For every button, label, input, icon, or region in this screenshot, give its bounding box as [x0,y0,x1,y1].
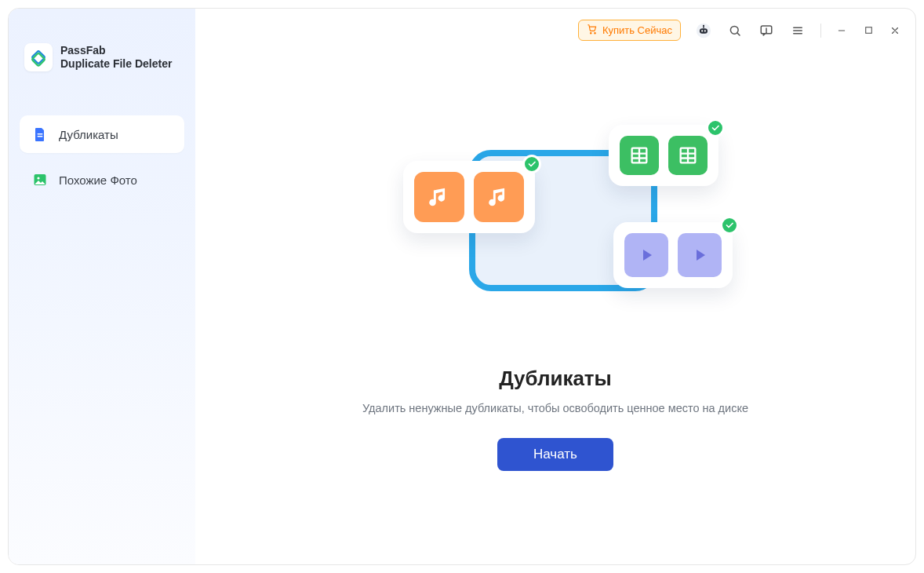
buy-now-label: Купить Сейчас [602,24,672,36]
svg-rect-16 [865,27,871,34]
svg-point-13 [730,26,738,34]
toolbar: Купить Сейчас [578,20,901,41]
svg-rect-9 [700,28,708,33]
photo-icon [32,172,48,188]
close-icon[interactable] [889,24,901,37]
document-icon [32,126,48,142]
hamburger-icon[interactable] [789,22,806,39]
music-note-icon [414,172,464,222]
app-logo: PassFab Duplicate File Deleter [24,43,184,71]
check-icon [706,119,725,137]
hero-illustration [398,111,712,338]
svg-point-12 [703,24,704,26]
duplicate-card-video [613,222,733,288]
buy-now-button[interactable]: Купить Сейчас [578,20,681,41]
svg-point-10 [701,30,703,31]
app-name-line2: Duplicate File Deleter [60,57,172,71]
play-icon [678,233,722,277]
svg-rect-2 [38,133,43,134]
start-button[interactable]: Начать [497,438,613,471]
sidebar-item-label: Похожие Фото [59,173,137,187]
music-note-icon [474,172,524,222]
search-icon[interactable] [726,22,744,39]
app-logo-icon [24,43,53,71]
sidebar: PassFab Duplicate File Deleter Дубликаты… [9,9,195,564]
svg-point-7 [595,33,595,34]
cart-icon [587,24,598,37]
svg-point-5 [37,177,39,179]
sidebar-item-label: Дубликаты [59,128,118,141]
sidebar-item-duplicates[interactable]: Дубликаты [20,115,184,153]
check-icon [720,216,739,235]
spreadsheet-icon [620,136,659,175]
sidebar-item-similar-photos[interactable]: Похожие Фото [20,161,184,199]
spreadsheet-icon [668,136,708,175]
page-subtitle: Удалить ненужные дубликаты, чтобы освобо… [362,402,748,414]
svg-point-11 [704,30,706,31]
page-title: Дубликаты [499,367,612,391]
svg-point-15 [766,31,767,32]
app-name-line1: PassFab [60,44,172,57]
svg-rect-3 [38,136,43,137]
app-window: PassFab Duplicate File Deleter Дубликаты… [8,8,916,565]
play-icon [624,233,668,277]
main-content: Купить Сейчас [195,9,915,564]
toolbar-divider [820,24,821,38]
svg-point-6 [590,33,591,34]
duplicate-card-music [403,161,535,233]
chat-bubble-icon[interactable] [758,22,775,39]
check-icon [522,155,541,173]
maximize-icon[interactable] [862,24,875,37]
minimize-icon[interactable] [835,24,848,37]
duplicate-card-spreadsheet [609,125,718,186]
robot-face-icon[interactable] [695,22,712,39]
